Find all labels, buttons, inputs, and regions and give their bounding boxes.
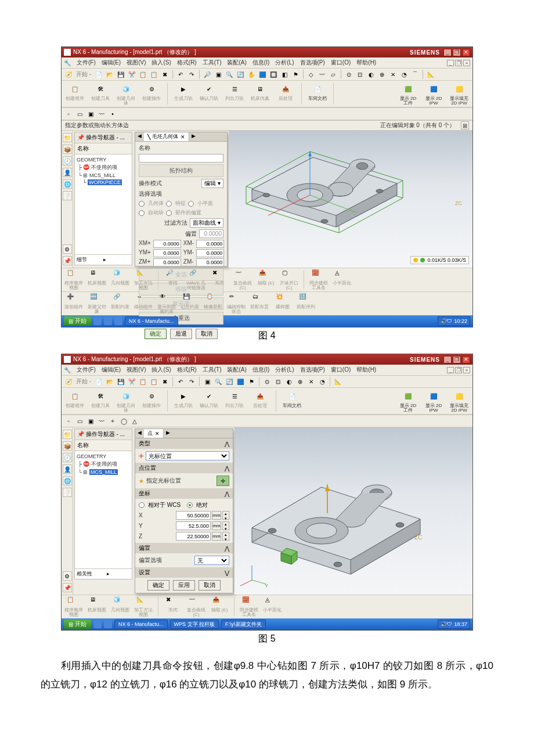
- taskbar-app-wps[interactable]: WPS 文字 拉杆板: [170, 620, 219, 629]
- x-input[interactable]: [176, 511, 211, 520]
- sel-point-icon[interactable]: •: [108, 109, 117, 118]
- showhide-constraint-button[interactable]: 👁显示和隐藏约束: [157, 293, 176, 314]
- machine-sim-button[interactable]: 🖥机床仿真: [249, 82, 271, 101]
- view-method-button[interactable]: 📐加工方法 视图: [134, 269, 153, 290]
- collapse-icon[interactable]: ⋀: [225, 491, 229, 497]
- specify-cursor-button[interactable]: ✛: [217, 476, 229, 486]
- snap-point-icon[interactable]: ⊙: [262, 377, 272, 386]
- sync-modeling-button[interactable]: 🧱同步建模 工具条: [239, 596, 259, 617]
- radio-autoblock[interactable]: [139, 210, 145, 216]
- snap-mid-icon[interactable]: ◐: [284, 377, 294, 386]
- system-tray[interactable]: 🔊🛡 10:22: [438, 316, 470, 326]
- taskbar-app-nx[interactable]: NX 6 - Manufactu...: [114, 620, 168, 629]
- cancel-button[interactable]: 取消: [196, 329, 218, 339]
- snap-intersect-icon[interactable]: ✕: [388, 70, 398, 79]
- radio-feature[interactable]: [166, 201, 172, 207]
- shaded-icon[interactable]: 🟦: [236, 377, 245, 386]
- x-spinner[interactable]: ▴▾: [222, 511, 229, 520]
- quicklaunch-icon[interactable]: [93, 317, 102, 325]
- copy-icon[interactable]: 📋: [138, 70, 147, 79]
- zoom-icon[interactable]: 🔍: [214, 377, 223, 386]
- view-geometry-button[interactable]: 🧊几何视图: [110, 269, 130, 286]
- create-geometry-button[interactable]: 🧊创建几何体: [115, 389, 137, 413]
- pin-icon[interactable]: 📌: [77, 134, 84, 141]
- start-dropdown[interactable]: 🧭: [64, 377, 73, 386]
- settings-header[interactable]: 设置⋁: [135, 567, 233, 578]
- offset-input[interactable]: [199, 229, 223, 238]
- show-fill-2d-ipw-button[interactable]: 🟨显示填充 2D IPW: [448, 389, 470, 413]
- radio-facet[interactable]: [188, 201, 194, 207]
- menu-info[interactable]: 信息(I): [252, 59, 269, 67]
- command-finder-icon[interactable]: 🔎: [203, 70, 212, 79]
- move-component-button[interactable]: ↔移动组件: [134, 293, 153, 309]
- coords-header[interactable]: 坐标⋀: [135, 488, 233, 499]
- resource-nav-icon[interactable]: 📁: [63, 430, 72, 439]
- menu-view[interactable]: 视图(V): [127, 366, 146, 374]
- quicklaunch-icon[interactable]: [104, 317, 112, 325]
- snap-end-icon[interactable]: ⊡: [273, 377, 283, 386]
- tree-item-unused[interactable]: ├ ⛔ 不使用的项: [77, 460, 130, 469]
- menu-edit[interactable]: 编辑(E): [102, 366, 121, 374]
- start-label[interactable]: 开始 -: [76, 377, 91, 386]
- minimize-button[interactable]: _: [443, 49, 452, 56]
- doc-close-button[interactable]: ×: [463, 367, 470, 373]
- extract-button[interactable]: 📤抽取 (E): [256, 269, 276, 286]
- sequence-button[interactable]: 🔢装配序列: [296, 293, 316, 309]
- doc-restore-button[interactable]: ❐: [455, 367, 462, 373]
- zoom-icon[interactable]: 🔍: [225, 70, 234, 79]
- view-program-order-button[interactable]: 📋程序顺序 视图: [64, 269, 84, 290]
- postprocess-button[interactable]: 📤后处理: [249, 389, 271, 408]
- menu-insert[interactable]: 插入(S): [151, 366, 171, 374]
- collapse-icon[interactable]: ⋀: [225, 465, 229, 471]
- new-parent-button[interactable]: 🆕新建父对象: [87, 293, 107, 314]
- tree-root[interactable]: GEOMETRY: [77, 453, 130, 460]
- arrangement-button[interactable]: 🗂装配布置: [250, 293, 269, 309]
- minimize-button[interactable]: _: [443, 356, 452, 363]
- layer-icon[interactable]: ◧: [280, 70, 289, 79]
- zm-plus-input[interactable]: [153, 258, 181, 267]
- show-2d-workpiece-button[interactable]: 🟩显示 2D 工件: [397, 82, 419, 106]
- cut-icon[interactable]: ✂️: [127, 377, 136, 386]
- remember-constraint-button[interactable]: 💾记住约束: [180, 293, 200, 309]
- doc-min-button[interactable]: _: [447, 60, 454, 66]
- point-location-header[interactable]: 点位置⋀: [135, 463, 233, 473]
- snap-quadrant-icon[interactable]: ◔: [399, 70, 409, 79]
- tree-item-mcs[interactable]: └ ⊞ MCS_MILL: [77, 469, 130, 476]
- radio-absolute[interactable]: [187, 502, 193, 508]
- paste-icon[interactable]: 📋: [149, 70, 158, 79]
- verify-toolpath-button[interactable]: ✔确认刀轨: [198, 82, 220, 101]
- copy-icon[interactable]: 📋: [138, 377, 147, 386]
- y-input[interactable]: [176, 521, 211, 530]
- rotate-icon[interactable]: 🔄: [236, 70, 245, 79]
- show-2d-ipw-button[interactable]: 🟦显示 2D IPW: [423, 82, 445, 106]
- radio-partoffset[interactable]: [166, 210, 172, 216]
- tab-arrow-icon[interactable]: ◀: [135, 132, 144, 141]
- create-geometry-button[interactable]: 🧊创建几何体: [115, 82, 137, 106]
- resource-web-icon[interactable]: 🌐: [63, 476, 72, 485]
- taskbar-app-nx[interactable]: NX 6 - Manufactu...: [125, 316, 178, 326]
- snap-tri-icon[interactable]: △: [130, 416, 139, 426]
- fit-icon[interactable]: ▣: [203, 377, 212, 386]
- y-spinner[interactable]: ▴▾: [222, 521, 229, 530]
- resource-part-icon[interactable]: 📦: [63, 441, 72, 451]
- redo-icon[interactable]: ↷: [187, 377, 196, 386]
- undo-icon[interactable]: ↶: [176, 70, 185, 79]
- z-input[interactable]: [176, 532, 211, 541]
- apply-button[interactable]: 应用: [173, 580, 195, 591]
- resource-pin-icon[interactable]: 📌: [63, 256, 72, 265]
- resource-settings-icon[interactable]: ⚙: [63, 244, 72, 254]
- sel-face-icon[interactable]: ▫: [64, 109, 73, 118]
- resource-pin-icon[interactable]: 📌: [63, 583, 72, 592]
- quicklaunch-icon[interactable]: [114, 317, 122, 325]
- create-tool-button[interactable]: 🛠创建刀具: [89, 82, 111, 101]
- offset-option-dropdown[interactable]: 无: [194, 556, 229, 565]
- type-header[interactable]: 类型⋀: [135, 438, 233, 449]
- resource-nav-icon[interactable]: 📁: [63, 133, 72, 142]
- create-operation-button[interactable]: ⚙创建操作: [140, 389, 163, 408]
- z-spinner[interactable]: ▴▾: [222, 532, 229, 541]
- delete-icon[interactable]: ✖: [160, 377, 169, 386]
- dialog-tab-active[interactable]: 点✕: [144, 429, 164, 438]
- new-icon[interactable]: 📄: [94, 70, 103, 79]
- doc-restore-button[interactable]: ❐: [455, 60, 462, 66]
- quicklaunch-icon[interactable]: [104, 620, 112, 628]
